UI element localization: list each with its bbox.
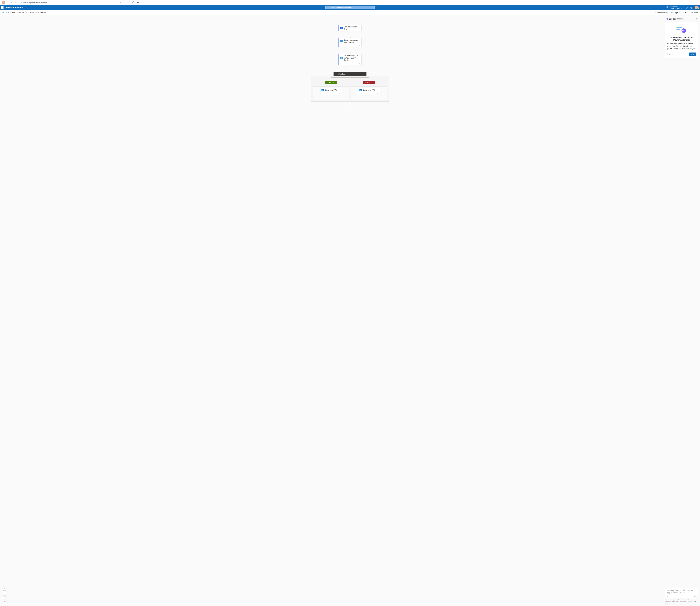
svg-point-25 [666, 19, 667, 19]
svg-rect-26 [676, 27, 682, 28]
copilot-welcome-body: Be more efficient than ever with AI assi… [667, 43, 696, 50]
add-step[interactable]: + [349, 103, 351, 105]
svg-point-20 [340, 93, 340, 94]
search-icon [17, 2, 19, 3]
send-email-label: Send email (V2) [363, 89, 375, 91]
app-header: Power Automate Search for helpful resour… [0, 5, 700, 10]
copilot-step-indicator: 1 of 3 [667, 53, 672, 55]
copilot-disclaimer: Make sure AI-generated content is accura… [665, 599, 698, 604]
env-label: Environments [669, 6, 683, 7]
trigger-icon [340, 27, 343, 29]
copilot-welcome-card: Welcome to Copilot in Power Automate Be … [665, 22, 698, 58]
peek-icon[interactable] [377, 93, 379, 94]
profile-avatar[interactable] [2, 1, 5, 4]
sparkle-icon[interactable] [120, 2, 122, 3]
refresh-button[interactable] [11, 1, 14, 4]
outlook-icon [322, 89, 324, 91]
chevron-up-icon [371, 82, 373, 83]
sparkle-icon[interactable] [667, 596, 669, 598]
copilot-panel: Copilot PREVIEW Welcome to Copilot in Po… [665, 17, 698, 604]
back-arrow[interactable] [2, 11, 4, 14]
copilot-input[interactable]: Ask a question or describe how you want … [665, 588, 698, 598]
zoom-out-button[interactable]: − [3, 591, 6, 595]
condition-card[interactable]: Condition [334, 72, 367, 76]
url-text: https://make.powerautomate.com/ [20, 1, 47, 3]
true-branch-header[interactable]: True [325, 81, 337, 84]
chevron-down-icon [363, 73, 365, 75]
copilot-next-button[interactable]: Next [689, 52, 696, 56]
svg-point-30 [683, 30, 684, 31]
fit-screen-button[interactable] [3, 596, 6, 599]
ai-builder-icon [340, 40, 343, 42]
svg-point-29 [682, 30, 683, 31]
copilot-button[interactable]: Copilot [671, 11, 680, 14]
copilot-logo-icon [666, 18, 668, 20]
more-icon[interactable] [137, 1, 139, 4]
svg-rect-27 [676, 29, 680, 30]
copilot-char-counter: 0/2000 [667, 593, 697, 595]
close-copilot-button[interactable] [696, 18, 698, 20]
test-button[interactable]: Test [682, 11, 689, 14]
svg-point-5 [327, 7, 328, 8]
minimap-button[interactable] [3, 600, 6, 603]
add-step[interactable]: + [349, 67, 351, 69]
svg-point-0 [17, 2, 18, 3]
add-step[interactable]: + [349, 33, 351, 35]
command-bar: Use AI Builder and GPT to process email … [0, 10, 700, 15]
settings-icon[interactable] [685, 6, 688, 9]
svg-point-17 [359, 63, 359, 64]
add-step[interactable]: + [330, 96, 332, 98]
app-launcher[interactable] [1, 6, 4, 9]
flow-title: Use AI Builder and GPT to process email … [6, 11, 46, 14]
save-button[interactable]: Save [691, 11, 698, 14]
help-icon[interactable] [690, 6, 693, 9]
peek-icon[interactable] [339, 93, 341, 94]
send-button[interactable] [694, 596, 697, 598]
svg-point-13 [359, 45, 360, 46]
copilot-illustration [667, 24, 696, 36]
svg-point-23 [378, 93, 378, 94]
flow-canvas[interactable]: Manually trigger a flow + Extract inform… [0, 15, 700, 606]
zoom-controls: + − [3, 587, 6, 603]
send-email-true-card[interactable]: Send email (V2) [320, 88, 342, 95]
svg-point-10 [672, 12, 673, 13]
outlook-icon [359, 89, 362, 91]
svg-rect-1 [133, 2, 134, 3]
send-email-false-card[interactable]: Send email (V2) [358, 88, 380, 95]
copilot-welcome-title: Welcome to Copilot in Power Automate [667, 36, 696, 41]
gpt-label: Create text with GPT on Azure OpenAI Ser… [344, 55, 360, 61]
peek-icon[interactable] [359, 63, 360, 64]
url-bar[interactable]: https://make.powerautomate.com/ [16, 1, 123, 4]
condition-label: Condition [339, 73, 346, 75]
send-email-label: Send email (V2) [325, 89, 337, 91]
zoom-in-button[interactable]: + [3, 587, 6, 590]
gpt-card[interactable]: Create text with GPT on Azure OpenAI Ser… [339, 54, 361, 65]
env-value: Default environm... [669, 7, 683, 9]
condition-container: True Send email (V2) [311, 76, 389, 102]
svg-point-7 [686, 7, 687, 8]
browser-chrome: https://make.powerautomate.com/ [0, 0, 700, 5]
app-title: Power Automate [6, 6, 23, 9]
extract-card[interactable]: Extract information from invoices [339, 38, 361, 47]
condition-icon [335, 73, 337, 75]
preview-badge: PREVIEW [676, 18, 684, 20]
favorite-icon[interactable] [127, 1, 130, 4]
user-avatar[interactable] [695, 6, 699, 9]
trigger-card[interactable]: Manually trigger a flow [339, 25, 361, 31]
add-step[interactable]: + [349, 49, 351, 51]
peek-icon[interactable] [359, 45, 360, 46]
back-button[interactable] [7, 1, 9, 4]
environment-icon [666, 6, 668, 8]
search-placeholder: Search for helpful resources [329, 6, 352, 9]
collections-icon[interactable] [132, 1, 134, 4]
false-branch-header[interactable]: False [363, 81, 375, 84]
search-bar[interactable]: Search for helpful resources [325, 6, 375, 9]
add-step[interactable]: + [368, 96, 370, 98]
svg-point-31 [684, 30, 685, 31]
send-feedback-button[interactable]: Send feedback [654, 11, 669, 14]
extract-label: Extract information from invoices [344, 39, 360, 43]
copilot-placeholder: Ask a question or describe how you want … [667, 589, 697, 593]
environment-picker[interactable]: Environments Default environm... [666, 6, 683, 9]
openai-icon [340, 57, 343, 60]
svg-point-14 [359, 45, 359, 46]
